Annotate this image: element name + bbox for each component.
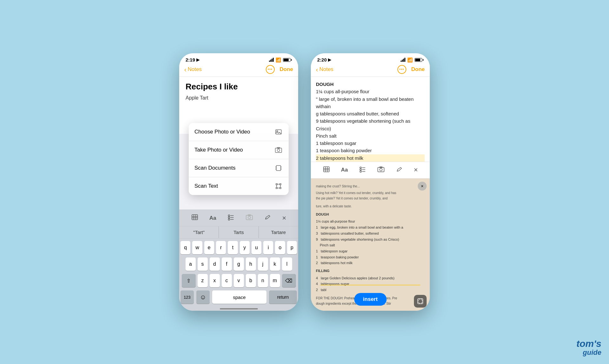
nav-bar-2: ‹ Notes ••• Done [311, 64, 430, 77]
scan-doc-icon [274, 164, 283, 172]
signal-icon-2 [401, 58, 405, 62]
back-label-1: Notes [188, 66, 202, 73]
dropdown-choose-photo[interactable]: Choose Photo or Video [189, 123, 289, 141]
key-r[interactable]: r [216, 241, 226, 254]
note-line-egg: " large of, broken into a small bowl and… [316, 95, 425, 110]
location-icon-2: ▶ [328, 57, 331, 62]
key-b[interactable]: b [246, 274, 256, 287]
battery-icon-1 [283, 58, 292, 62]
camera-button-2[interactable] [375, 165, 387, 176]
space-key[interactable]: space [212, 290, 266, 304]
numbers-key[interactable]: 123 [180, 290, 194, 304]
svg-rect-2 [275, 148, 282, 153]
key-z[interactable]: z [198, 274, 208, 287]
key-s[interactable]: s [198, 257, 208, 271]
note-line-butter: g tablespoons unsalted butter, softened [316, 110, 425, 117]
note-area-2[interactable]: DOUGH 1¼ cups all-purpose flour " large … [311, 77, 430, 162]
svg-rect-13 [324, 167, 329, 172]
table-button-2[interactable] [320, 165, 332, 176]
font-button-1[interactable]: Aa [207, 214, 219, 223]
toolbar-2: Aa [311, 162, 430, 179]
table-button-1[interactable] [189, 212, 201, 224]
svg-point-15 [360, 169, 362, 170]
markup-button-2[interactable] [393, 165, 405, 176]
markup-button-1[interactable] [261, 212, 273, 224]
close-button-1[interactable]: × [279, 213, 289, 224]
scan-text-icon [274, 182, 283, 191]
key-v[interactable]: v [234, 274, 244, 287]
camera-button-1[interactable] [243, 212, 255, 224]
dropdown-take-photo[interactable]: Take Photo or Video [189, 141, 289, 159]
key-f[interactable]: f [222, 257, 232, 271]
photo-library-icon [274, 127, 283, 136]
keyboard-1: q w e r t y u i o p a s d f g [179, 238, 298, 311]
font-button-2[interactable]: Aa [338, 166, 350, 174]
key-k[interactable]: k [270, 257, 280, 271]
key-e[interactable]: e [204, 241, 214, 254]
key-j[interactable]: j [258, 257, 268, 271]
back-button-1[interactable]: ‹ Notes [184, 66, 202, 73]
more-button-2[interactable]: ••• [397, 65, 406, 74]
key-q[interactable]: q [180, 241, 190, 254]
svg-point-8 [228, 217, 230, 218]
close-button-2[interactable]: × [411, 165, 420, 175]
note-line-baking: 1 teaspoon baking powder [316, 147, 425, 154]
return-key[interactable]: return [269, 290, 297, 304]
autocomplete-tarts[interactable]: Tarts [219, 226, 259, 238]
key-t[interactable]: t [228, 241, 238, 254]
key-n[interactable]: n [258, 274, 268, 287]
svg-rect-17 [378, 167, 384, 172]
dropdown-scan-documents[interactable]: Scan Documents [189, 159, 289, 177]
note-line-salt: Pinch salt [316, 132, 425, 140]
wifi-icon-1: 📶 [276, 57, 281, 62]
note-body-1[interactable]: Apple Tart [186, 94, 292, 102]
key-y[interactable]: y [240, 241, 250, 254]
done-button-1[interactable]: Done [280, 66, 293, 73]
svg-rect-10 [246, 215, 252, 220]
key-d[interactable]: d [210, 257, 220, 271]
checklist-button-1[interactable] [225, 212, 237, 224]
back-button-2[interactable]: ‹ Notes [316, 66, 333, 73]
toms-guide-line1: tom's [576, 338, 601, 349]
key-h[interactable]: h [246, 257, 256, 271]
take-photo-label: Take Photo or Video [194, 147, 243, 153]
dropdown-scan-text[interactable]: Scan Text [189, 177, 289, 195]
note-title-1: Recipes I like [186, 82, 292, 92]
key-x[interactable]: x [210, 274, 220, 287]
checklist-button-2[interactable] [357, 165, 369, 176]
done-button-2[interactable]: Done [411, 66, 425, 73]
more-button-1[interactable]: ••• [266, 65, 275, 74]
svg-point-9 [228, 219, 230, 220]
shift-key[interactable]: ⇧ [182, 274, 196, 287]
key-c[interactable]: c [222, 274, 232, 287]
more-icon-1: ••• [268, 67, 273, 72]
autocomplete-bar: "Tart" Tarts Tartare [179, 226, 298, 238]
dropdown-menu: Choose Photo or Video Take Photo or Vide… [189, 123, 289, 195]
key-o[interactable]: o [275, 241, 285, 254]
scan-corner-icon[interactable] [414, 295, 427, 308]
autocomplete-tart[interactable]: "Tart" [179, 226, 219, 238]
key-u[interactable]: u [252, 241, 261, 254]
key-g[interactable]: g [234, 257, 244, 271]
back-label-2: Notes [319, 66, 333, 73]
key-m[interactable]: m [270, 274, 280, 287]
insert-button[interactable]: insert [354, 293, 386, 306]
autocomplete-tartare[interactable]: Tartare [259, 226, 298, 238]
key-i[interactable]: i [263, 241, 273, 254]
svg-rect-6 [192, 215, 198, 220]
location-icon-1: ▶ [196, 57, 200, 62]
svg-point-3 [277, 149, 280, 152]
choose-photo-label: Choose Photo or Video [194, 129, 250, 135]
key-w[interactable]: w [192, 241, 202, 254]
scan-close-button[interactable]: × [418, 182, 427, 191]
key-l[interactable]: l [282, 257, 292, 271]
nav-bar-1: ‹ Notes ••• Done [179, 64, 298, 77]
svg-rect-5 [276, 166, 281, 171]
book-page-content: making the crust? Stirring the... Using … [311, 179, 430, 311]
time-1: 2:19 [186, 57, 195, 62]
note-line-shortening: 9 tablespoons vegetable shortening (such… [316, 117, 425, 132]
key-p[interactable]: p [287, 241, 297, 254]
delete-key[interactable]: ⌫ [282, 274, 296, 287]
emoji-key[interactable]: ☺ [196, 290, 210, 304]
key-a[interactable]: a [186, 257, 196, 271]
